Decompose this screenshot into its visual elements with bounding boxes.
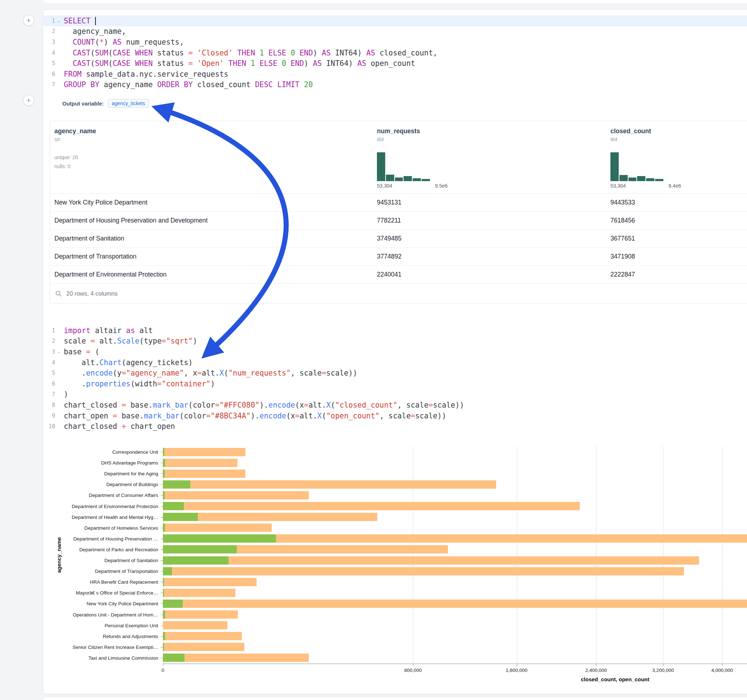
table-row[interactable]: Department of Environmental Protection22… xyxy=(50,266,747,284)
closed-count-bar[interactable] xyxy=(163,578,257,586)
token: COUNT xyxy=(73,38,95,47)
column-dtype: str xyxy=(54,136,373,142)
token: = xyxy=(121,401,126,409)
open-count-bar[interactable] xyxy=(163,643,164,651)
y-axis-label: Taxi and Limousine Commission xyxy=(50,655,158,661)
closed-count-bar[interactable] xyxy=(163,448,245,456)
code-line[interactable]: 8chart_closed = base.mark_bar(color="#FF… xyxy=(44,400,747,410)
output-variable-chip[interactable]: agency_tickets xyxy=(108,99,149,108)
add-cell-button-top[interactable]: + xyxy=(23,15,34,26)
add-cell-button-second[interactable]: + xyxy=(23,95,34,106)
token: "sqrt" xyxy=(166,337,193,345)
code-line[interactable]: 5 CAST(SUM(CASE WHEN status = 'Open' THE… xyxy=(44,58,747,69)
token: = xyxy=(428,401,433,409)
closed-count-bar[interactable] xyxy=(163,469,245,478)
token: , scale xyxy=(380,412,410,420)
open-count-bar[interactable] xyxy=(163,523,165,532)
token xyxy=(91,17,95,25)
notebook-cell-card: 1⌄SELECT 2 agency_name,3 COUNT(*) AS num… xyxy=(43,9,747,694)
token: . xyxy=(64,380,86,388)
token xyxy=(246,59,251,68)
closed-count-bar[interactable] xyxy=(163,610,238,619)
open-count-bar[interactable] xyxy=(163,502,184,510)
open-count-bar[interactable] xyxy=(163,556,228,564)
closed-count-bar[interactable] xyxy=(163,491,309,499)
code-line[interactable]: 6 .properties(width="container") xyxy=(44,379,747,389)
closed-count-bar[interactable] xyxy=(163,556,699,564)
line-number: 10 xyxy=(46,423,55,430)
token: open_count xyxy=(366,59,415,68)
code-line[interactable]: 4 alt.Chart(agency_tickets) xyxy=(44,357,747,368)
open-count-bar[interactable] xyxy=(163,513,198,521)
code-line[interactable]: 7GROUP BY agency_name ORDER BY closed_co… xyxy=(44,80,747,91)
closed-count-bar[interactable] xyxy=(163,523,272,532)
table-row[interactable]: New York City Police Department945313194… xyxy=(50,194,747,212)
code-line[interactable]: 1import altair as alt xyxy=(44,325,747,336)
open-count-bar[interactable] xyxy=(163,610,165,619)
token: scale)) xyxy=(433,401,464,409)
token: Chart xyxy=(100,358,122,367)
code-line[interactable]: 2scale = alt.Scale(type="sqrt") xyxy=(44,336,747,347)
token: ) xyxy=(104,38,113,47)
gridline xyxy=(596,447,596,664)
y-axis-label: New York City Police Department xyxy=(50,601,158,606)
open-count-bar[interactable] xyxy=(163,491,165,499)
open-count-bar[interactable] xyxy=(163,599,183,608)
table-row[interactable]: Department of Transportation377489234719… xyxy=(50,248,747,266)
open-count-bar[interactable] xyxy=(163,480,190,489)
code-text: agency_name, xyxy=(62,27,126,36)
closed-count-bar[interactable] xyxy=(163,480,496,489)
table-row[interactable]: Department of Housing Preservation and D… xyxy=(50,212,747,230)
open-count-bar[interactable] xyxy=(163,567,172,575)
open-count-bar[interactable] xyxy=(163,545,237,554)
python-editor[interactable]: 1import altair as alt2scale = alt.Scale(… xyxy=(44,325,747,432)
closed-count-bar[interactable] xyxy=(163,653,309,662)
open-count-bar[interactable] xyxy=(163,448,164,456)
closed-count-bar[interactable] xyxy=(163,643,244,651)
column-header[interactable]: agency_namestrunique: 20nulls: 0 xyxy=(50,127,373,193)
column-name: num_requests xyxy=(377,127,606,135)
code-line[interactable]: 6FROM sample_data.nyc.service_requests xyxy=(44,69,747,80)
column-header[interactable]: closed_counti6453,3049.4e6 xyxy=(606,127,747,193)
open-count-bar[interactable] xyxy=(163,632,165,640)
fold-chevron-icon[interactable]: ⌄ xyxy=(55,349,62,355)
table-header: agency_namestrunique: 20nulls: 0num_requ… xyxy=(50,121,747,194)
closed-count-bar[interactable] xyxy=(163,632,242,640)
closed-count-bar[interactable] xyxy=(163,621,227,629)
code-line[interactable]: 1⌄SELECT xyxy=(44,15,747,26)
code-line[interactable]: 4 CAST(SUM(CASE WHEN status = 'Closed' T… xyxy=(44,48,747,58)
code-line[interactable]: 7) xyxy=(44,389,747,400)
code-line[interactable]: 9chart_open = base.mark_bar(color="#8BC3… xyxy=(44,410,747,421)
search-icon[interactable] xyxy=(55,290,62,297)
code-line[interactable]: 3 COUNT(*) AS num_requests, xyxy=(44,37,747,48)
open-count-bar[interactable] xyxy=(163,653,184,662)
token: ( xyxy=(91,59,95,68)
code-line[interactable]: 3⌄base = ( xyxy=(44,346,747,357)
closed-count-bar[interactable] xyxy=(163,589,235,597)
sql-editor[interactable]: 1⌄SELECT 2 agency_name,3 COUNT(*) AS num… xyxy=(44,15,747,90)
column-dtype: i64 xyxy=(377,136,606,142)
y-axis-label: Department of Sanitation xyxy=(50,558,158,563)
code-line[interactable]: 10chart_closed + chart_open xyxy=(44,421,747,432)
closed-count-bar[interactable] xyxy=(163,459,237,467)
token: alt xyxy=(135,326,153,335)
open-count-bar[interactable] xyxy=(163,459,165,467)
closed-count-bar[interactable] xyxy=(163,599,747,608)
histogram-bar xyxy=(395,178,403,181)
code-line[interactable]: 5 .encode(y="agency_name", x=alt.X("num_… xyxy=(44,368,747,379)
closed-count-bar[interactable] xyxy=(163,567,684,575)
closed-count-bar[interactable] xyxy=(163,502,580,510)
open-count-bar[interactable] xyxy=(163,589,164,597)
fold-chevron-icon[interactable]: ⌄ xyxy=(55,18,62,23)
token: alt. xyxy=(202,369,219,377)
token: (color xyxy=(180,412,206,420)
table-row[interactable]: Department of Sanitation37494853677651 xyxy=(50,230,747,248)
token: chart_closed xyxy=(64,422,121,431)
code-line[interactable]: 2 agency_name, xyxy=(44,26,747,37)
open-count-bar[interactable] xyxy=(163,469,165,478)
open-count-bar[interactable] xyxy=(163,534,276,543)
column-header[interactable]: num_requestsi6453,3049.5e6 xyxy=(373,127,606,193)
code-text: FROM sample_data.nyc.service_requests xyxy=(62,70,228,78)
code-text: CAST(SUM(CASE WHEN status = 'Open' THEN … xyxy=(62,59,415,68)
open-count-bar[interactable] xyxy=(163,578,164,586)
